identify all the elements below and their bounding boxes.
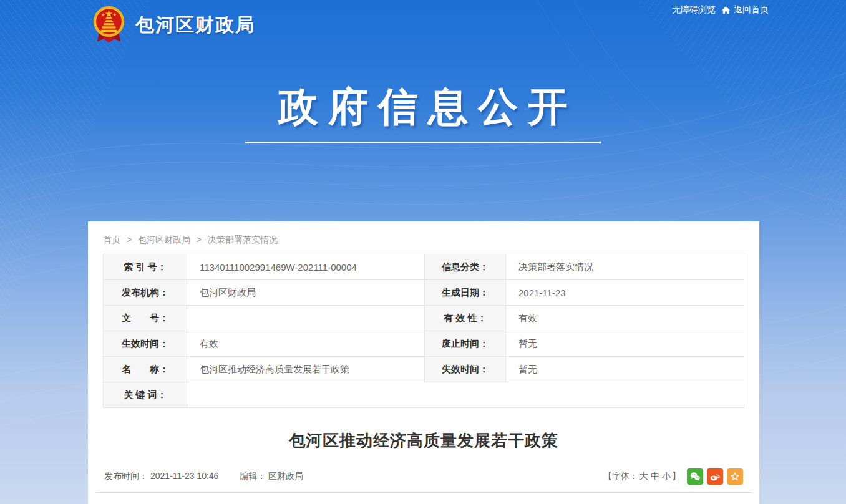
site-brand[interactable]: 包河区财政局 <box>92 5 255 45</box>
field-value-validity: 有效 <box>506 306 744 331</box>
page-background: 无障碍浏览 返回首页 包河区财政局 政府信息公开 <box>0 0 846 504</box>
article-title: 包河区推动经济高质量发展若干政策 <box>88 430 759 452</box>
field-value-expire-time: 暂无 <box>506 357 744 382</box>
article-meta-row: 发布时间： 2021-11-23 10:46 编辑： 区财政局 【字体：大中小】 <box>104 468 743 485</box>
weibo-share-button[interactable] <box>707 468 723 485</box>
table-row: 关 键 词： <box>104 382 744 408</box>
back-home-link[interactable]: 返回首页 <box>721 4 769 16</box>
font-size-control: 【字体：大中小】 <box>603 471 681 482</box>
star-favorite-icon <box>729 470 741 483</box>
field-value-effective-time: 有效 <box>187 331 425 357</box>
table-row: 生效时间： 有效 废止时间： 暂无 <box>104 331 744 357</box>
article-tools: 【字体：大中小】 <box>603 468 743 485</box>
field-label-keywords: 关 键 词： <box>104 382 187 408</box>
field-value-publisher: 包河区财政局 <box>187 280 425 306</box>
field-label-abolish-time: 废止时间： <box>425 331 506 357</box>
share-buttons <box>687 468 743 485</box>
field-label-publisher: 发布机构： <box>104 280 187 306</box>
publish-time-label: 发布时间： <box>104 471 148 481</box>
field-label-info-category: 信息分类： <box>425 254 506 280</box>
field-label-index-number: 索 引 号： <box>104 254 187 280</box>
field-label-doc-number: 文 号： <box>104 306 187 331</box>
field-label-title: 名 称： <box>104 357 187 382</box>
field-label-validity: 有 效 性： <box>425 306 506 331</box>
table-row: 发布机构： 包河区财政局 生成日期： 2021-11-23 <box>104 280 744 306</box>
home-icon <box>721 6 731 15</box>
editor-label: 编辑： <box>240 471 266 481</box>
publish-time-value: 2021-11-23 10:46 <box>150 471 219 481</box>
breadcrumb-bureau-link[interactable]: 包河区财政局 <box>138 235 190 245</box>
field-label-expire-time: 失效时间： <box>425 357 506 382</box>
breadcrumb-current: 决策部署落实情况 <box>208 235 278 245</box>
breadcrumb-separator: > <box>197 235 202 245</box>
banner-title: 政府信息公开 <box>0 80 846 134</box>
star-favorite-button[interactable] <box>727 468 743 485</box>
table-row: 索 引 号： 11340111002991469W-202111-00004 信… <box>104 254 744 280</box>
field-label-generate-date: 生成日期： <box>425 280 506 306</box>
table-row: 名 称： 包河区推动经济高质量发展若干政策 失效时间： 暂无 <box>104 357 744 382</box>
content-divider <box>95 492 752 493</box>
table-row: 文 号： 有 效 性： 有效 <box>104 306 744 331</box>
editor-value: 区财政局 <box>268 471 303 481</box>
font-size-large-button[interactable]: 大 <box>639 471 648 481</box>
field-value-index-number: 11340111002991469W-202111-00004 <box>187 254 425 280</box>
site-name: 包河区财政局 <box>135 12 255 38</box>
publish-info: 发布时间： 2021-11-23 10:46 编辑： 区财政局 <box>104 471 303 482</box>
field-value-info-category: 决策部署落实情况 <box>506 254 744 280</box>
document-metadata-table: 索 引 号： 11340111002991469W-202111-00004 信… <box>103 254 744 408</box>
font-size-medium-button[interactable]: 中 <box>651 471 659 481</box>
field-value-keywords <box>187 382 744 408</box>
wechat-share-icon <box>689 470 701 483</box>
font-size-prefix: 【字体： <box>603 471 638 481</box>
breadcrumb: 首页 > 包河区财政局 > 决策部署落实情况 <box>103 235 744 246</box>
field-value-doc-number <box>187 306 425 331</box>
wechat-share-button[interactable] <box>687 468 703 485</box>
field-value-abolish-time: 暂无 <box>506 331 744 357</box>
breadcrumb-separator: > <box>127 235 132 245</box>
font-size-small-button[interactable]: 小 <box>662 471 671 481</box>
back-home-label: 返回首页 <box>734 4 769 16</box>
breadcrumb-home-link[interactable]: 首页 <box>103 235 120 245</box>
weibo-share-icon <box>709 470 721 483</box>
field-value-title: 包河区推动经济高质量发展若干政策 <box>187 357 425 382</box>
top-utility-bar: 无障碍浏览 返回首页 <box>672 4 769 16</box>
content-card: 首页 > 包河区财政局 > 决策部署落实情况 索 引 号： 1134011100… <box>88 221 759 504</box>
national-emblem-logo <box>92 5 126 45</box>
font-size-suffix: 】 <box>672 471 681 481</box>
field-value-generate-date: 2021-11-23 <box>506 280 744 306</box>
accessibility-link[interactable]: 无障碍浏览 <box>672 4 716 16</box>
banner-title-underline <box>245 142 601 143</box>
field-label-effective-time: 生效时间： <box>104 331 187 357</box>
